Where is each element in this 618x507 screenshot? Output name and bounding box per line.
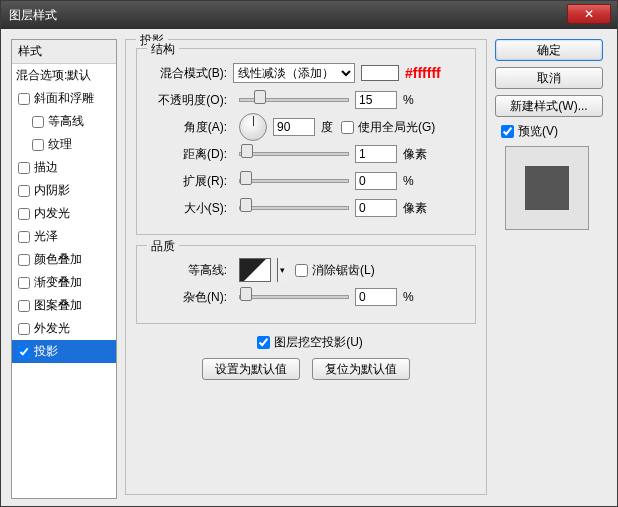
style-checkbox[interactable]: [18, 162, 30, 174]
style-checkbox[interactable]: [18, 277, 30, 289]
knockout-label: 图层挖空投影(U): [274, 334, 363, 351]
style-checkbox[interactable]: [18, 346, 30, 358]
styles-header: 样式: [12, 40, 116, 63]
ok-button[interactable]: 确定: [495, 39, 603, 61]
style-checkbox[interactable]: [18, 300, 30, 312]
size-label: 大小(S):: [147, 200, 233, 217]
style-item[interactable]: 颜色叠加: [12, 248, 116, 271]
blend-options-row[interactable]: 混合选项:默认: [12, 63, 116, 87]
contour-picker-icon[interactable]: ▾: [277, 258, 287, 282]
quality-legend: 品质: [147, 238, 179, 255]
structure-group: 结构 混合模式(B): 线性减淡（添加） #ffffff 不透明度(O):: [136, 48, 476, 235]
angle-unit: 度: [321, 119, 333, 136]
distance-input[interactable]: [355, 145, 397, 163]
style-item-label: 投影: [34, 343, 58, 360]
styles-list: 样式 混合选项:默认 斜面和浮雕等高线纹理描边内阴影内发光光泽颜色叠加渐变叠加图…: [11, 39, 117, 499]
blend-mode-select[interactable]: 线性减淡（添加）: [233, 63, 355, 83]
size-slider[interactable]: [239, 206, 349, 210]
quality-group: 品质 等高线: ▾ 消除锯齿(L) 杂色(N):: [136, 245, 476, 324]
style-item-label: 内发光: [34, 205, 70, 222]
noise-label: 杂色(N):: [147, 289, 233, 306]
noise-input[interactable]: [355, 288, 397, 306]
knockout-checkbox[interactable]: [257, 336, 270, 349]
preview-label: 预览(V): [518, 123, 558, 140]
style-item-label: 斜面和浮雕: [34, 90, 94, 107]
style-checkbox[interactable]: [18, 231, 30, 243]
style-checkbox[interactable]: [18, 323, 30, 335]
preview-checkbox-row[interactable]: 预览(V): [501, 123, 605, 140]
size-input[interactable]: [355, 199, 397, 217]
style-checkbox[interactable]: [18, 185, 30, 197]
spread-slider[interactable]: [239, 179, 349, 183]
global-light-checkbox[interactable]: [341, 121, 354, 134]
style-checkbox[interactable]: [18, 93, 30, 105]
style-checkbox[interactable]: [32, 116, 44, 128]
style-item[interactable]: 描边: [12, 156, 116, 179]
style-item-label: 渐变叠加: [34, 274, 82, 291]
opacity-unit: %: [403, 93, 414, 107]
style-item-label: 描边: [34, 159, 58, 176]
style-item[interactable]: 外发光: [12, 317, 116, 340]
antialias-checkbox[interactable]: [295, 264, 308, 277]
preview-swatch: [525, 166, 569, 210]
opacity-slider[interactable]: [239, 98, 349, 102]
style-item-label: 内阴影: [34, 182, 70, 199]
blend-mode-label: 混合模式(B):: [147, 65, 233, 82]
spread-unit: %: [403, 174, 414, 188]
knockout-row[interactable]: 图层挖空投影(U): [257, 334, 363, 351]
style-item[interactable]: 图案叠加: [12, 294, 116, 317]
antialias-row[interactable]: 消除锯齿(L): [295, 262, 375, 279]
distance-slider[interactable]: [239, 152, 349, 156]
style-item[interactable]: 渐变叠加: [12, 271, 116, 294]
style-item-label: 等高线: [48, 113, 84, 130]
right-column: 确定 取消 新建样式(W)... 预览(V): [495, 39, 605, 230]
center-panel: 投影 结构 混合模式(B): 线性减淡（添加） #ffffff 不透明度(O):: [125, 39, 487, 501]
opacity-label: 不透明度(O):: [147, 92, 233, 109]
distance-unit: 像素: [403, 146, 427, 163]
color-hex: #ffffff: [405, 65, 441, 81]
spread-label: 扩展(R):: [147, 173, 233, 190]
close-button[interactable]: ✕: [567, 4, 611, 24]
style-item[interactable]: 纹理: [12, 133, 116, 156]
set-default-button[interactable]: 设置为默认值: [202, 358, 300, 380]
new-style-button[interactable]: 新建样式(W)...: [495, 95, 603, 117]
opacity-input[interactable]: [355, 91, 397, 109]
noise-slider[interactable]: [239, 295, 349, 299]
noise-unit: %: [403, 290, 414, 304]
style-checkbox[interactable]: [18, 254, 30, 266]
style-item[interactable]: 等高线: [12, 110, 116, 133]
antialias-label: 消除锯齿(L): [312, 262, 375, 279]
color-swatch[interactable]: [361, 65, 399, 81]
contour-thumb[interactable]: [239, 258, 271, 282]
effect-group: 投影 结构 混合模式(B): 线性减淡（添加） #ffffff 不透明度(O):: [125, 39, 487, 495]
style-item-label: 颜色叠加: [34, 251, 82, 268]
global-light-checkbox-row[interactable]: 使用全局光(G): [341, 119, 435, 136]
window-title: 图层样式: [9, 7, 57, 24]
style-item[interactable]: 投影: [12, 340, 116, 363]
size-unit: 像素: [403, 200, 427, 217]
structure-legend: 结构: [147, 41, 179, 58]
style-item-label: 外发光: [34, 320, 70, 337]
style-checkbox[interactable]: [32, 139, 44, 151]
style-item[interactable]: 内阴影: [12, 179, 116, 202]
global-light-label: 使用全局光(G): [358, 119, 435, 136]
distance-label: 距离(D):: [147, 146, 233, 163]
style-item-label: 图案叠加: [34, 297, 82, 314]
cancel-button[interactable]: 取消: [495, 67, 603, 89]
titlebar: 图层样式 ✕: [1, 1, 617, 29]
style-checkbox[interactable]: [18, 208, 30, 220]
style-item[interactable]: 斜面和浮雕: [12, 87, 116, 110]
spread-input[interactable]: [355, 172, 397, 190]
reset-default-button[interactable]: 复位为默认值: [312, 358, 410, 380]
preview-box: [505, 146, 589, 230]
contour-label: 等高线:: [147, 262, 233, 279]
preview-checkbox[interactable]: [501, 125, 514, 138]
style-item-label: 光泽: [34, 228, 58, 245]
angle-label: 角度(A):: [147, 119, 233, 136]
style-item-label: 纹理: [48, 136, 72, 153]
angle-dial[interactable]: [239, 113, 267, 141]
style-item[interactable]: 光泽: [12, 225, 116, 248]
angle-input[interactable]: [273, 118, 315, 136]
style-item[interactable]: 内发光: [12, 202, 116, 225]
